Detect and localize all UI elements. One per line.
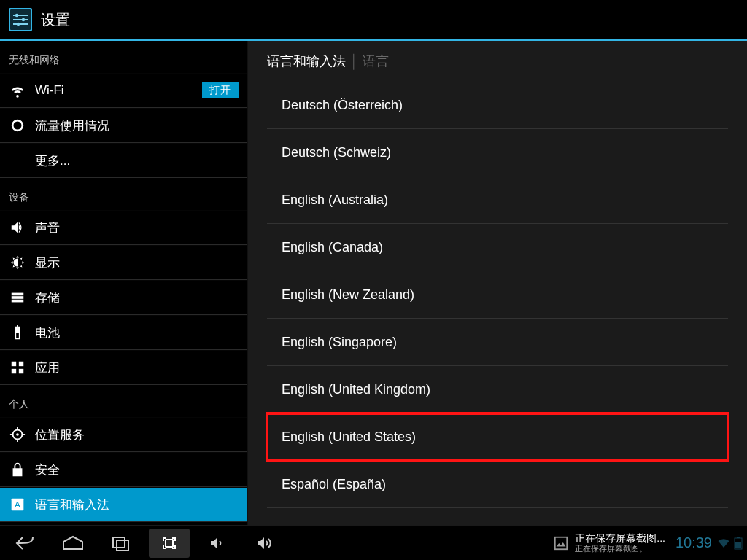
language-label: English (Australia) (282, 192, 388, 208)
language-option[interactable]: Español (España) (267, 461, 728, 508)
sidebar-item-label: 电池 (35, 324, 239, 341)
notification[interactable]: 正在保存屏幕截图... 正在保存屏幕截图。 (547, 526, 671, 560)
volume-down-button[interactable] (197, 529, 238, 558)
sidebar-item-security[interactable]: 安全 (0, 452, 247, 487)
location-icon (9, 426, 26, 443)
svg-text:A: A (15, 499, 20, 509)
wifi-icon (9, 82, 26, 99)
sidebar-item-label: 存储 (35, 289, 239, 306)
display-icon (9, 254, 26, 271)
language-option[interactable]: English (Australia) (267, 176, 728, 224)
sidebar-item-wifi[interactable]: Wi-Fi 打开 (0, 73, 247, 108)
screenshot-button[interactable] (149, 529, 190, 558)
svg-rect-8 (12, 293, 24, 296)
sidebar-item-label: 应用 (35, 359, 239, 376)
notification-subtitle: 正在保存屏幕截图。 (575, 544, 665, 553)
sidebar-item-label: 更多... (35, 152, 239, 169)
battery-icon (9, 324, 26, 341)
sidebar-item-location[interactable]: 位置服务 (0, 417, 247, 452)
sidebar-item-label: 位置服务 (35, 427, 239, 443)
content-breadcrumb: 语言和输入法 │ 语言 (248, 41, 747, 82)
svg-rect-9 (12, 296, 24, 299)
svg-point-5 (15, 14, 18, 17)
section-header: 无线和网络 (0, 41, 247, 73)
language-option[interactable]: Deutsch (Schweiz) (267, 129, 728, 176)
storage-icon (9, 289, 26, 306)
apps-icon (9, 359, 26, 376)
sound-icon (9, 219, 26, 236)
language-label: English (Canada) (282, 240, 383, 255)
svg-point-16 (16, 433, 19, 436)
picture-icon (553, 535, 569, 551)
svg-rect-13 (12, 369, 16, 373)
svg-rect-14 (19, 369, 23, 373)
svg-point-7 (17, 23, 20, 26)
settings-icon (7, 7, 34, 33)
sidebar-item-display[interactable]: 显示 (0, 245, 247, 280)
content-title: 语言和输入法 (267, 52, 346, 70)
language-icon: A (9, 496, 26, 513)
sidebar-item-more[interactable]: 更多... (0, 143, 247, 178)
language-option[interactable]: English (United Kingdom) (267, 366, 728, 413)
home-button[interactable] (53, 529, 93, 558)
section-header: 设备 (0, 178, 247, 210)
lock-icon (9, 461, 26, 478)
sidebar-item-label: 流量使用情况 (35, 117, 239, 134)
svg-rect-29 (735, 542, 741, 548)
sidebar-item-label: 安全 (35, 462, 239, 478)
language-label: English (New Zealand) (282, 287, 414, 303)
svg-rect-23 (113, 537, 125, 548)
language-option[interactable]: English (Singapore) (267, 319, 728, 366)
svg-rect-28 (737, 537, 740, 538)
svg-rect-10 (12, 300, 24, 303)
language-option[interactable]: English (New Zealand) (267, 271, 728, 319)
wifi-status-icon (716, 537, 731, 550)
wifi-switch[interactable]: 打开 (202, 82, 239, 98)
language-option[interactable]: English (Canada) (267, 224, 728, 271)
svg-rect-26 (555, 537, 568, 549)
language-label: English (United Kingdom) (282, 382, 430, 397)
volume-up-button[interactable] (245, 529, 286, 558)
sidebar-item-apps[interactable]: 应用 (0, 350, 247, 385)
sidebar-item-battery[interactable]: 电池 (0, 315, 247, 350)
svg-rect-12 (19, 362, 23, 366)
settings-sidebar: 无线和网络 Wi-Fi 打开 流量使用情况 更多... 设备 (0, 41, 248, 525)
clock: 10:39 (676, 534, 712, 551)
language-label: Deutsch (Schweiz) (282, 145, 391, 160)
sidebar-item-label: 声音 (35, 219, 239, 236)
titlebar: 设置 (0, 0, 747, 41)
app-title: 设置 (41, 10, 70, 30)
content-subtitle: 语言 (363, 52, 389, 70)
blank-icon (9, 152, 26, 169)
svg-rect-24 (117, 540, 128, 551)
language-option[interactable]: English (United States) (267, 413, 728, 461)
language-label: Deutsch (Österreich) (282, 98, 403, 113)
svg-rect-11 (12, 362, 16, 366)
system-navbar: 正在保存屏幕截图... 正在保存屏幕截图。 10:39 (0, 525, 747, 560)
sidebar-item-language[interactable]: A 语言和输入法 (0, 487, 247, 522)
sidebar-item-sound[interactable]: 声音 (0, 210, 247, 245)
back-button[interactable] (4, 529, 45, 558)
data-usage-icon (9, 117, 26, 134)
sidebar-item-storage[interactable]: 存储 (0, 280, 247, 315)
svg-point-6 (22, 18, 25, 21)
sidebar-item-label: 显示 (35, 254, 239, 271)
recent-apps-button[interactable] (101, 529, 142, 558)
battery-status-icon (734, 537, 743, 550)
language-label: English (United States) (282, 429, 416, 445)
svg-rect-25 (166, 540, 173, 547)
language-label: Español (España) (282, 477, 386, 492)
sidebar-item-label: Wi-Fi (35, 83, 202, 98)
sidebar-item-label: 语言和输入法 (35, 497, 239, 513)
notification-title: 正在保存屏幕截图... (575, 533, 665, 544)
language-label: English (Singapore) (282, 335, 397, 350)
language-option[interactable]: Deutsch (Österreich) (267, 82, 728, 129)
content-pane: 语言和输入法 │ 语言 Deutsch (Österreich)Deutsch … (248, 41, 747, 525)
section-header: 个人 (0, 385, 247, 417)
language-list[interactable]: Deutsch (Österreich)Deutsch (Schweiz)Eng… (248, 82, 747, 525)
sidebar-item-data-usage[interactable]: 流量使用情况 (0, 108, 247, 143)
breadcrumb-sep: │ (350, 54, 358, 69)
